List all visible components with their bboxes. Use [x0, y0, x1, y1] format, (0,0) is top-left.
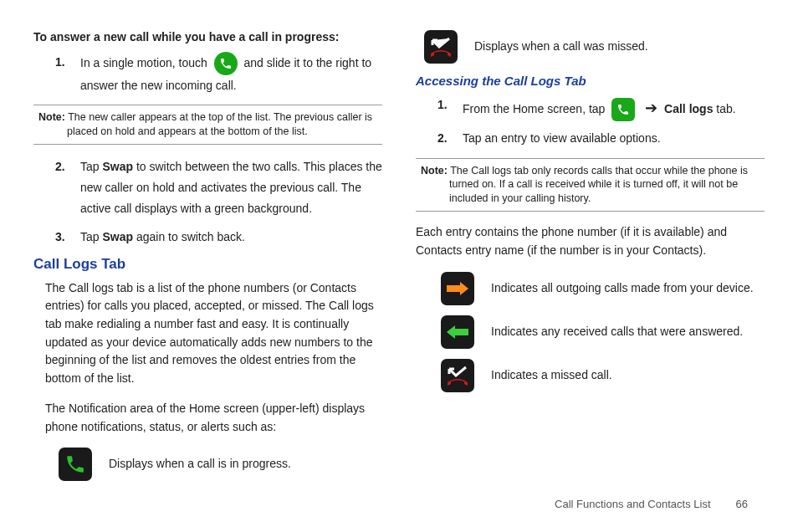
phone-app-icon [611, 98, 635, 121]
call-in-progress-icon [59, 448, 92, 481]
icon-row-inprogress: Displays when a call is in progress. [59, 448, 382, 481]
icon-row-missed: Displays when a call was missed. [424, 30, 765, 64]
step-number: 2. [437, 128, 463, 149]
heading-accessing: Accessing the Call Logs Tab [416, 74, 765, 88]
page-footer: Call Functions and Contacts List 66 [555, 498, 748, 510]
paragraph: The Call logs tab is a list of the phone… [45, 279, 382, 388]
step-2: 2. Tap an entry to view available option… [437, 128, 765, 149]
step-body: Tap Swap again to switch back. [80, 227, 382, 248]
paragraph: Each entry contains the phone number (if… [416, 223, 765, 259]
right-column: Displays when a call was missed. Accessi… [416, 30, 765, 491]
step-1: 1. From the Home screen, tap ➔ Call logs… [437, 95, 765, 121]
missed-call-icon [441, 359, 474, 392]
text: From the Home screen, tap [463, 102, 605, 115]
note-label: Note: [38, 111, 65, 123]
section-heading: To answer a new call while you have a ca… [33, 30, 382, 43]
step-1: 1. In a single motion, touch and slide i… [55, 52, 382, 96]
step-body: In a single motion, touch and slide it t… [80, 52, 382, 96]
icon-description: Indicates all outgoing calls made from y… [491, 280, 754, 297]
text: Tap [80, 230, 100, 243]
text: Tap [80, 160, 100, 173]
ordered-list: 1. In a single motion, touch and slide i… [33, 52, 382, 96]
note-box: Note: The Call logs tab only records cal… [416, 158, 765, 212]
outgoing-call-icon [441, 272, 474, 305]
call-missed-icon [424, 30, 458, 64]
incoming-call-icon [441, 315, 474, 349]
step-number: 1. [55, 52, 80, 96]
text: again to switch back. [136, 230, 245, 243]
text: tab. [716, 102, 735, 115]
phone-answer-icon [214, 52, 238, 75]
step-number: 1. [437, 95, 463, 121]
arrow-icon: ➔ [645, 100, 657, 116]
ordered-list: 2. Tap Swap to switch between the two ca… [33, 156, 382, 248]
step-body: Tap Swap to switch between the two calls… [80, 156, 382, 220]
footer-page: 66 [736, 498, 748, 510]
text: In a single motion, touch [80, 56, 207, 69]
icon-description: Indicates a missed call. [491, 367, 612, 384]
step-3: 3. Tap Swap again to switch back. [55, 227, 382, 248]
note-text: The new caller appears at the top of the… [67, 111, 372, 137]
icon-description: Indicates any received calls that were a… [491, 324, 743, 340]
icon-description: Displays when a call is in progress. [109, 456, 291, 473]
icon-description: Displays when a call was missed. [474, 38, 648, 55]
step-number: 2. [55, 156, 80, 220]
note-label: Note: [421, 165, 448, 176]
heading-call-logs: Call Logs Tab [33, 256, 382, 273]
step-number: 3. [55, 227, 80, 248]
note-text: The Call logs tab only records calls tha… [449, 165, 748, 205]
call-logs-label: Call logs [664, 102, 713, 115]
swap-label: Swap [102, 230, 133, 243]
paragraph: The Notification area of the Home screen… [45, 400, 382, 436]
icon-row-missed2: Indicates a missed call. [441, 359, 765, 392]
icon-row-outgoing: Indicates all outgoing calls made from y… [441, 272, 765, 305]
step-2: 2. Tap Swap to switch between the two ca… [55, 156, 382, 220]
note-box: Note: The new caller appears at the top … [33, 105, 382, 145]
footer-section: Call Functions and Contacts List [555, 498, 710, 510]
icon-row-incoming: Indicates any received calls that were a… [441, 315, 765, 349]
ordered-list: 1. From the Home screen, tap ➔ Call logs… [416, 95, 765, 150]
swap-label: Swap [102, 160, 133, 173]
step-body: Tap an entry to view available options. [463, 128, 765, 149]
left-column: To answer a new call while you have a ca… [33, 30, 382, 491]
step-body: From the Home screen, tap ➔ Call logs ta… [463, 95, 765, 121]
